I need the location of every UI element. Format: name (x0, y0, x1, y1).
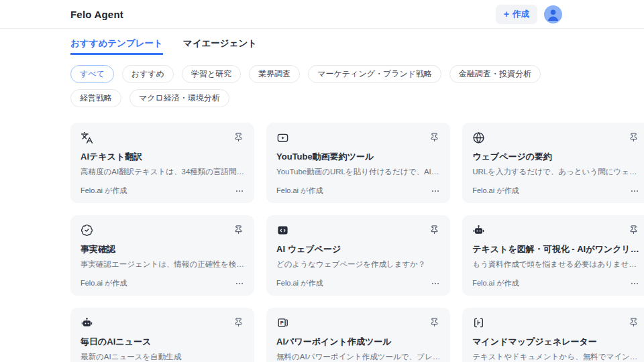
translate-icon (80, 131, 93, 144)
ellipsis-icon[interactable] (431, 279, 440, 288)
card-description: 無料のAIパワーポイント作成ツールで、プレ… (276, 352, 440, 362)
card-footer: Felo.ai が作成 (80, 186, 244, 196)
card-description: YouTube動画のURLを貼り付けるだけで、AI… (276, 167, 440, 177)
template-card[interactable]: テキストを図解・可視化 - AIがワンクリ… もう資料作成で頭を悩ませる必要はあ… (462, 215, 644, 296)
avatar[interactable] (544, 5, 562, 23)
code-window-icon (276, 224, 289, 237)
template-card[interactable]: AIテキスト翻訳 高精度のAI翻訳テキストは、34種類の言語間… Felo.ai… (70, 123, 254, 203)
plus-icon: + (504, 9, 509, 19)
badge-check-icon (80, 224, 93, 237)
card-author: Felo.ai が作成 (472, 278, 519, 288)
create-button[interactable]: + 作成 (496, 5, 537, 24)
template-card[interactable]: YouTube動画要約ツール YouTube動画のURLを貼り付けるだけで、AI… (266, 123, 450, 203)
pin-icon[interactable] (429, 316, 440, 328)
card-title: ウェブページの要約 (472, 151, 639, 163)
card-title: AI ウェブページ (276, 243, 440, 255)
mindmap-icon (472, 316, 485, 329)
filter-chip-1[interactable]: おすすめ (122, 65, 174, 83)
card-author: Felo.ai が作成 (472, 186, 519, 196)
card-top (472, 224, 639, 237)
card-description: 事実確認エージェントは、情報の正確性を検… (80, 259, 244, 269)
card-author: Felo.ai が作成 (80, 186, 127, 196)
card-author: Felo.ai が作成 (276, 278, 323, 288)
template-card[interactable]: 事実確認 事実確認エージェントは、情報の正確性を検… Felo.ai が作成 (70, 215, 254, 296)
card-description: 最新のAIニュースを自動生成 (80, 352, 244, 362)
globe-icon (472, 131, 485, 144)
filter-chip-0[interactable]: すべて (70, 65, 114, 83)
ellipsis-icon[interactable] (235, 279, 244, 288)
card-top: P (276, 316, 440, 330)
filter-chips: すべておすすめ学習と研究業界調査マーケティング・ブランド戦略金融調査・投資分析経… (70, 65, 578, 107)
card-footer: Felo.ai が作成 (472, 186, 639, 196)
ellipsis-icon[interactable] (235, 186, 244, 196)
pin-icon[interactable] (628, 316, 639, 328)
template-card[interactable]: 毎日のAIニュース 最新のAIニュースを自動生成 Felo.ai が作成 (70, 308, 254, 362)
filter-chip-2[interactable]: 学習と研究 (182, 65, 241, 83)
card-title: テキストを図解・可視化 - AIがワンクリ… (472, 243, 639, 255)
card-top (276, 131, 440, 145)
tab-1[interactable]: マイエージェント (183, 38, 257, 55)
robot-icon (80, 316, 93, 329)
pin-icon[interactable] (233, 224, 244, 235)
card-description: もう資料作成で頭を悩ませる必要はありませ… (472, 259, 639, 269)
ellipsis-icon[interactable] (431, 186, 440, 196)
robot-icon (472, 224, 485, 237)
card-top (80, 316, 244, 330)
card-description: 高精度のAI翻訳テキストは、34種類の言語間… (80, 167, 244, 177)
filter-chip-3[interactable]: 業界調査 (249, 65, 300, 83)
powerpoint-icon: P (276, 316, 289, 329)
card-footer: Felo.ai が作成 (276, 278, 440, 288)
template-card[interactable]: P AIパワーポイント作成ツール 無料のAIパワーポイント作成ツールで、プレ… … (266, 308, 450, 362)
ellipsis-icon[interactable] (630, 186, 639, 196)
card-title: AIテキスト翻訳 (80, 151, 244, 163)
card-description: URLを入力するだけで、あっという間にウェ… (472, 167, 639, 177)
template-card[interactable]: AI ウェブページ どのようなウェブページを作成しますか？ Felo.ai が作… (266, 215, 450, 296)
header-actions: + 作成 (496, 5, 562, 24)
header: Felo Agent + 作成 (0, 0, 644, 29)
svg-text:P: P (280, 320, 284, 326)
tab-bar: おすすめテンプレートマイエージェント (70, 38, 644, 55)
card-title: AIパワーポイント作成ツール (276, 336, 440, 348)
card-top (276, 224, 440, 237)
youtube-icon (276, 131, 289, 144)
card-footer: Felo.ai が作成 (472, 278, 639, 288)
filter-chip-7[interactable]: マクロ経済・環境分析 (129, 89, 229, 107)
card-top (80, 224, 244, 237)
card-title: YouTube動画要約ツール (276, 151, 440, 163)
page-title: Felo Agent (70, 9, 123, 20)
card-top (472, 316, 639, 330)
card-description: どのようなウェブページを作成しますか？ (276, 259, 440, 269)
card-footer: Felo.ai が作成 (80, 278, 244, 288)
card-title: マインドマップジェネレーター (472, 336, 639, 348)
create-button-label: 作成 (513, 9, 529, 20)
card-description: テキストやドキュメントから、無料でマイン… (472, 352, 639, 362)
filter-chip-4[interactable]: マーケティング・ブランド戦略 (308, 65, 441, 83)
tab-0[interactable]: おすすめテンプレート (70, 38, 163, 55)
card-top (80, 131, 244, 145)
filter-chip-5[interactable]: 金融調査・投資分析 (449, 65, 541, 83)
pin-icon[interactable] (233, 316, 244, 328)
pin-icon[interactable] (628, 224, 639, 235)
card-top (472, 131, 639, 145)
filter-chip-6[interactable]: 経営戦略 (70, 89, 121, 107)
template-card[interactable]: ウェブページの要約 URLを入力するだけで、あっという間にウェ… Felo.ai… (462, 123, 644, 203)
card-title: 毎日のAIニュース (80, 336, 244, 348)
card-title: 事実確認 (80, 243, 244, 255)
pin-icon[interactable] (628, 131, 639, 143)
pin-icon[interactable] (233, 131, 244, 143)
card-author: Felo.ai が作成 (80, 278, 127, 288)
card-footer: Felo.ai が作成 (276, 186, 440, 196)
template-card[interactable]: マインドマップジェネレーター テキストやドキュメントから、無料でマイン… Fel… (462, 308, 644, 362)
template-grid: AIテキスト翻訳 高精度のAI翻訳テキストは、34種類の言語間… Felo.ai… (70, 123, 578, 362)
card-author: Felo.ai が作成 (276, 186, 323, 196)
user-icon (544, 5, 562, 23)
pin-icon[interactable] (429, 131, 440, 143)
ellipsis-icon[interactable] (630, 279, 639, 288)
pin-icon[interactable] (429, 224, 440, 235)
